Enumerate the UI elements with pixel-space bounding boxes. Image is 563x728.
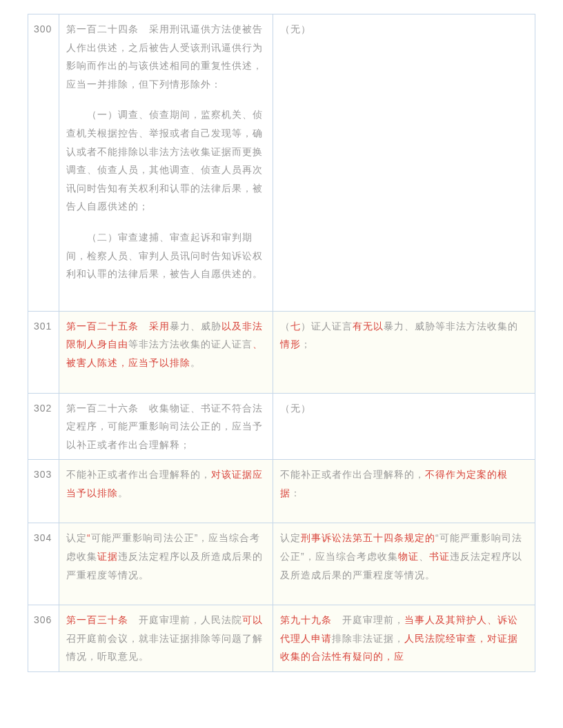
text-segment: 不能补正或者作出合理解释的， — [66, 469, 211, 480]
right-cell: （无） — [273, 393, 535, 460]
text-segment: 认定 — [280, 532, 301, 543]
text-segment: 暴力、威胁等非法方法收集的 — [384, 321, 518, 332]
text-segment: 限制人身自由 — [66, 338, 128, 350]
table-row: 304认定“可能严重影响司法公正”，应当综合考虑收集证据违反法定程序以及所造成后… — [28, 523, 535, 605]
document-page: 300第一百二十四条 采用刑讯逼供方法使被告人作出供述，之后被告人受该刑讯逼供行… — [0, 0, 563, 686]
row-number: 303 — [28, 460, 59, 523]
text-segment: （一）调查、侦查期间，监察机关、侦查机关根据控告、举报或者自己发现等，确认或者不… — [66, 109, 263, 212]
text-segment: 、 — [419, 551, 429, 562]
right-cell: 认定刑事诉讼法第五十四条规定的“可能严重影响司法公正”，应当综合考虑收集物证、书… — [273, 523, 535, 605]
right-cell: 不能补正或者作出合理解释的，不得作为定案的根据： — [273, 460, 535, 523]
text-segment: 开庭审理前， — [332, 614, 404, 625]
text-segment: 。 — [190, 357, 201, 368]
right-cell: （七）证人证言有无以暴力、威胁等非法方法收集的情形； — [273, 311, 535, 393]
text-segment: （ — [280, 321, 290, 332]
text-segment: 等非法方法收集的证人证言 — [128, 338, 253, 350]
text-segment: 第九十九条 — [280, 614, 332, 625]
left-cell: 第一百二十四条 采用刑讯逼供方法使被告人作出供述，之后被告人受该刑讯逼供行为影响… — [59, 14, 273, 312]
left-cell: 不能补正或者作出合理解释的，对该证据应当予以排除。 — [59, 460, 273, 523]
text-segment: 召开庭前会议，就非法证据排除等问题了解情况，听取意见。 — [66, 633, 263, 663]
table-row: 300第一百二十四条 采用刑讯逼供方法使被告人作出供述，之后被告人受该刑讯逼供行… — [28, 14, 535, 312]
text-segment: 第一百二十五条 采用 — [66, 321, 170, 332]
text-segment: 刑事诉讼法第五十四条规定的 — [301, 532, 435, 543]
text-segment: 认定 — [66, 532, 87, 543]
text-segment: 。 — [118, 487, 128, 498]
row-number: 302 — [28, 393, 59, 460]
left-cell: 第一百二十五条 采用暴力、威胁以及非法限制人身自由等非法方法收集的证人证言、被害… — [59, 311, 273, 393]
left-cell: 第一百三十条 开庭审理前，人民法院可以召开庭前会议，就非法证据排除等问题了解情况… — [59, 605, 273, 672]
paragraph: 第一百二十四条 采用刑讯逼供方法使被告人作出供述，之后被告人受该刑讯逼供行为影响… — [66, 20, 266, 93]
text-segment: 书证 — [429, 551, 450, 562]
text-segment: 可以 — [242, 614, 263, 625]
text-segment: 证据 — [97, 551, 118, 562]
row-number: 300 — [28, 14, 59, 312]
table-row: 302第一百二十六条 收集物证、书证不符合法定程序，可能严重影响司法公正的，应当… — [28, 393, 535, 460]
text-segment: 第一百二十四条 采用刑讯逼供方法使被告人作出供述，之后被告人受该刑讯逼供行为影响… — [66, 23, 263, 90]
comparison-table: 300第一百二十四条 采用刑讯逼供方法使被告人作出供述，之后被告人受该刑讯逼供行… — [28, 14, 535, 672]
text-segment: 有无以 — [353, 321, 384, 332]
right-cell: （无） — [273, 14, 535, 312]
text-segment: 物证 — [398, 551, 419, 562]
paragraph: （二）审查逮捕、审查起诉和审判期间，检察人员、审判人员讯问时告知诉讼权利和认罪的… — [66, 228, 266, 283]
text-segment: 情形 — [280, 338, 301, 350]
right-cell: 第九十九条 开庭审理前，当事人及其辩护人、诉讼代理人申请排除非法证据，人民法院经… — [273, 605, 535, 672]
text-segment: 开庭审理前，人民法院 — [128, 614, 242, 625]
text-segment: 七 — [290, 321, 301, 332]
row-number: 301 — [28, 311, 59, 393]
table-row: 306第一百三十条 开庭审理前，人民法院可以召开庭前会议，就非法证据排除等问题了… — [28, 605, 535, 672]
left-cell: 认定“可能严重影响司法公正”，应当综合考虑收集证据违反法定程序以及所造成后果的严… — [59, 523, 273, 605]
text-segment: （无） — [280, 403, 311, 414]
table-row: 301第一百二十五条 采用暴力、威胁以及非法限制人身自由等非法方法收集的证人证言… — [28, 311, 535, 393]
text-segment: ； — [301, 338, 311, 350]
paragraph: （一）调查、侦查期间，监察机关、侦查机关根据控告、举报或者自己发现等，确认或者不… — [66, 105, 266, 216]
row-number: 306 — [28, 605, 59, 672]
text-segment: 以及非法 — [221, 321, 263, 332]
text-segment: 第一百二十六条 收集物证、书证不符合法定程序，可能严重影响司法公正的，应当予以补… — [66, 403, 263, 450]
left-cell: 第一百二十六条 收集物证、书证不符合法定程序，可能严重影响司法公正的，应当予以补… — [59, 393, 273, 460]
row-number: 304 — [28, 523, 59, 605]
text-segment: 排除非法证据， — [332, 633, 404, 644]
text-segment: （无） — [280, 23, 311, 34]
text-segment: 不能补正或者作出合理解释的， — [280, 469, 425, 480]
table-row: 303不能补正或者作出合理解释的，对该证据应当予以排除。不能补正或者作出合理解释… — [28, 460, 535, 523]
text-segment: 暴力、威胁 — [170, 321, 221, 332]
text-segment: ）证人证言 — [301, 321, 353, 332]
text-segment: ： — [290, 487, 301, 498]
text-segment: （二）审查逮捕、审查起诉和审判期间，检察人员、审判人员讯问时告知诉讼权利和认罪的… — [66, 232, 263, 279]
text-segment: 第一百三十条 — [66, 614, 128, 625]
